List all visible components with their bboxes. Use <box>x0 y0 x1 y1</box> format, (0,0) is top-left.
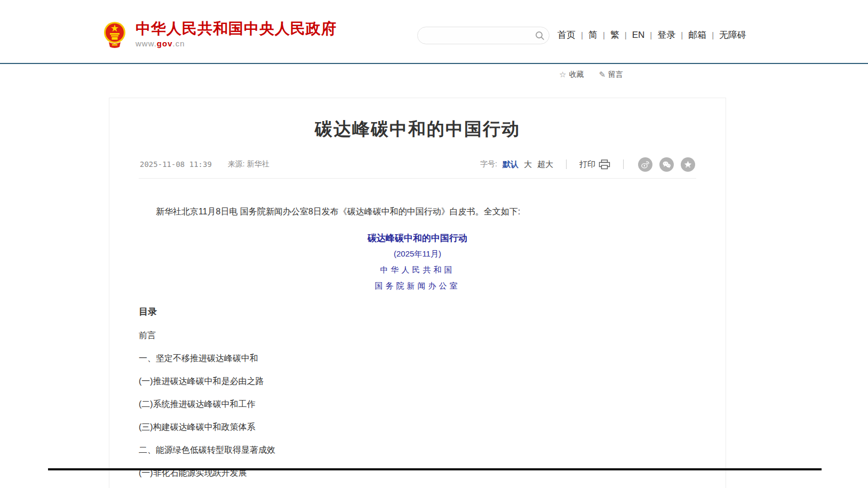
nav-login[interactable]: 登录 <box>657 29 675 41</box>
print-button[interactable]: 打印 <box>579 159 610 170</box>
site-logo[interactable]: 中华人民共和国中央人民政府 www.gov.cn <box>101 20 337 49</box>
site-title: 中华人民共和国中央人民政府 <box>136 20 337 37</box>
star-icon: ☆ <box>559 70 566 79</box>
divider <box>566 159 567 169</box>
toc-item: (三)构建碳达峰碳中和政策体系 <box>139 421 696 433</box>
source-name[interactable]: 新华社 <box>247 159 269 168</box>
top-nav: 首页 | 简 | 繁 | EN | 登录 | 邮箱 | 无障碍 <box>558 29 746 41</box>
lead-paragraph: 新华社北京11月8日电 国务院新闻办公室8日发布《碳达峰碳中和的中国行动》白皮书… <box>139 205 696 218</box>
national-emblem-icon <box>101 20 128 49</box>
message-button[interactable]: ✎ 留言 <box>599 70 623 79</box>
pencil-icon: ✎ <box>599 70 606 79</box>
message-label: 留言 <box>608 70 623 79</box>
nav-separator: | <box>681 30 683 39</box>
article-meta-left: 2025-11-08 11:39 来源: 新华社 <box>140 159 269 169</box>
site-url[interactable]: www.gov.cn <box>136 39 337 48</box>
wechat-share-icon[interactable] <box>659 157 674 172</box>
nav-home[interactable]: 首页 <box>558 29 576 41</box>
nav-separator: | <box>625 30 627 39</box>
publish-date: 2025-11-08 11:39 <box>140 160 212 169</box>
font-size-xlarge-button[interactable]: 超大 <box>537 159 553 170</box>
article-actions: ☆ 收藏 ✎ 留言 <box>559 70 623 79</box>
doc-date: (2025年11月) <box>139 248 696 260</box>
doc-title: 碳达峰碳中和的中国行动 <box>139 232 696 245</box>
source: 来源: 新华社 <box>228 159 269 169</box>
favorite-label: 收藏 <box>569 70 584 79</box>
font-size-default-button[interactable]: 默认 <box>503 159 519 170</box>
article-title: 碳达峰碳中和的中国行动 <box>139 117 696 141</box>
nav-separator: | <box>712 30 714 39</box>
nav-separator: | <box>581 30 583 39</box>
font-size-large-button[interactable]: 大 <box>524 159 532 170</box>
print-label: 打印 <box>579 159 595 170</box>
qzone-star-icon[interactable] <box>681 157 695 172</box>
nav-traditional[interactable]: 繁 <box>610 29 619 41</box>
article-meta: 2025-11-08 11:39 来源: 新华社 字号: 默认 大 超大 打印 <box>139 157 696 179</box>
printer-icon <box>599 159 610 170</box>
favorite-button[interactable]: ☆ 收藏 <box>559 70 584 79</box>
toc-item: (一)推进碳达峰碳中和是必由之路 <box>139 375 696 387</box>
toc-item: 二、能源绿色低碳转型取得显著成效 <box>139 444 696 456</box>
nav-accessibility[interactable]: 无障碍 <box>719 29 746 41</box>
source-label: 来源: <box>228 159 245 168</box>
site-url-cn: .cn <box>173 39 185 48</box>
bottom-bar <box>48 468 822 470</box>
font-size-label: 字号: <box>480 159 497 169</box>
doc-author-office: 国务院新闻办公室 <box>139 280 696 292</box>
search-box[interactable] <box>417 27 550 44</box>
article-container: 碳达峰碳中和的中国行动 2025-11-08 11:39 来源: 新华社 字号:… <box>109 98 726 488</box>
toc-item: (二)系统推进碳达峰碳中和工作 <box>139 398 696 410</box>
divider <box>623 159 624 169</box>
header-divider <box>0 63 868 64</box>
site-header: 中华人民共和国中央人民政府 www.gov.cn 首页 | 简 | 繁 | EN… <box>0 0 868 63</box>
nav-separator: | <box>650 30 652 39</box>
site-url-www: www. <box>136 39 157 48</box>
nav-english[interactable]: EN <box>632 30 645 41</box>
nav-separator: | <box>603 30 605 39</box>
article-meta-right: 字号: 默认 大 超大 打印 <box>480 157 695 172</box>
search-input[interactable] <box>418 27 531 44</box>
toc-title: 目录 <box>139 306 696 318</box>
toc-item: 一、坚定不移推进碳达峰碳中和 <box>139 353 696 364</box>
search-icon[interactable] <box>531 31 549 41</box>
toc-item-preface: 前言 <box>139 330 696 341</box>
doc-author-country: 中华人民共和国 <box>139 264 696 276</box>
nav-simplified[interactable]: 简 <box>588 29 598 41</box>
weibo-share-icon[interactable] <box>638 157 652 172</box>
nav-mail[interactable]: 邮箱 <box>688 29 706 41</box>
site-url-gov: gov <box>157 39 173 48</box>
